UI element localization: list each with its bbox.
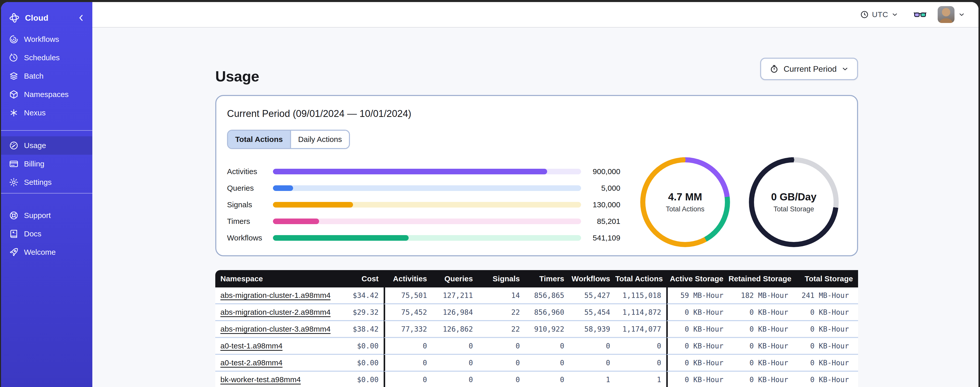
bar-value: 900,000	[581, 167, 620, 176]
timers-cell: 910,922	[525, 321, 570, 338]
sidebar-account-nav: Usage Billing Settings	[1, 131, 92, 192]
activities-cell: 75,452	[383, 304, 432, 321]
timezone-selector[interactable]: UTC	[860, 10, 898, 19]
actions-view-tabs: Total Actions Daily Actions	[227, 130, 350, 149]
table-row: a0-test-1.a98mm4 $0.00 0 0 0 0 0 0 0 KB-…	[215, 338, 858, 355]
total-actions-cell: 0	[615, 355, 666, 372]
column-header: Total Storage	[793, 270, 858, 288]
chevron-down-icon	[958, 11, 965, 18]
retained-storage-cell: 0 KB-Hour	[729, 321, 793, 338]
column-header: Activities	[383, 270, 432, 288]
activities-cell: 77,332	[383, 321, 432, 338]
nexus-asterisk-icon	[9, 108, 19, 118]
chevron-left-icon	[76, 13, 86, 23]
retained-storage-cell: 0 KB-Hour	[729, 372, 793, 387]
namespace-link[interactable]: bk-worker-test.a98mm4	[220, 375, 301, 384]
usage-gauge-icon	[9, 141, 19, 150]
namespace-link[interactable]: abs-migration-cluster-3.a98mm4	[220, 325, 331, 333]
sidebar-item-batch[interactable]: Batch	[1, 67, 92, 85]
bar-fill	[273, 202, 353, 208]
retained-storage-cell: 0 KB-Hour	[729, 355, 793, 372]
namespace-link[interactable]: abs-migration-cluster-1.a98mm4	[220, 291, 331, 299]
sidebar-item-namespaces[interactable]: Namespaces	[1, 85, 92, 104]
bar-value: 5,000	[581, 184, 620, 192]
queries-cell: 0	[432, 355, 478, 372]
tab[interactable]: Total Actions	[228, 131, 290, 148]
namespace-cell: a0-test-1.a98mm4	[215, 338, 336, 355]
account-menu-button[interactable]	[938, 6, 965, 23]
total-storage-donut: 0 GB/Day Total Storage	[749, 157, 839, 247]
sidebar-item-workflows[interactable]: Workflows	[1, 30, 92, 48]
table-row: a0-test-2.a98mm4 $0.00 0 0 0 0 0 0 0 KB-…	[215, 355, 858, 372]
cost-cell: $34.42	[336, 288, 383, 304]
total-storage-cell: 0 KB-Hour	[793, 372, 858, 387]
feedback-glasses-button[interactable]	[914, 8, 926, 21]
card-title: Current Period (09/01/2024 — 10/01/2024)	[227, 108, 411, 119]
bar-fill	[273, 186, 293, 191]
sidebar-collapse-button[interactable]	[76, 13, 86, 23]
signals-cell: 14	[478, 288, 525, 304]
activities-cell: 0	[383, 372, 432, 387]
queries-cell: 0	[432, 338, 478, 355]
stopwatch-icon	[769, 64, 779, 74]
cost-cell: $0.00	[336, 338, 383, 355]
namespace-usage-table: Namespace Cost Activities Queries Signal…	[215, 270, 858, 387]
sidebar-item-schedules[interactable]: Schedules	[1, 48, 92, 67]
namespace-link[interactable]: a0-test-2.a98mm4	[220, 358, 282, 367]
user-avatar	[938, 6, 955, 23]
sidebar-item-docs[interactable]: Docs	[1, 225, 92, 243]
cloud-logo-icon	[9, 12, 20, 24]
column-header: Active Storage	[666, 270, 729, 288]
column-header: Retained Storage	[729, 270, 793, 288]
retained-storage-cell: 0 KB-Hour	[729, 304, 793, 321]
signals-cell: 22	[478, 304, 525, 321]
total-actions-cell: 1	[615, 372, 666, 387]
donut-value: 4.7 MM	[668, 191, 702, 203]
sidebar-item-support[interactable]: Support	[1, 206, 92, 225]
workflows-cell: 55,427	[570, 288, 615, 304]
bar-value: 85,201	[581, 217, 620, 225]
table-row: bk-worker-test.a98mm4 $0.00 0 0 0 0 1 1 …	[215, 372, 858, 387]
namespace-link[interactable]: a0-test-1.a98mm4	[220, 342, 282, 350]
donut-center: 0 GB/Day Total Storage	[749, 157, 839, 247]
signals-cell: 0	[478, 338, 525, 355]
sidebar-item-welcome[interactable]: Welcome	[1, 243, 92, 261]
bar-value: 130,000	[581, 200, 620, 209]
namespace-cell: abs-migration-cluster-1.a98mm4	[215, 288, 336, 304]
retained-storage-cell: 0 KB-Hour	[729, 338, 793, 355]
active-storage-cell: 59 MB-Hour	[666, 288, 729, 304]
glasses-icon	[914, 8, 926, 21]
queries-cell: 126,862	[432, 321, 478, 338]
table-row: abs-migration-cluster-2.a98mm4 $29.32 75…	[215, 304, 858, 321]
signals-cell: 0	[478, 372, 525, 387]
sidebar-item-billing[interactable]: Billing	[1, 155, 92, 173]
period-selector-button[interactable]: Current Period	[760, 58, 858, 80]
workflows-cell: 1	[570, 372, 615, 387]
bar-track	[273, 186, 581, 191]
cost-cell: $0.00	[336, 355, 383, 372]
total-actions-cell: 1,174,077	[615, 321, 666, 338]
sidebar-item-settings[interactable]: Settings	[1, 173, 92, 192]
column-header: Total Actions	[615, 270, 666, 288]
queries-cell: 0	[432, 372, 478, 387]
bar-row: Signals 130,000	[227, 199, 620, 210]
docs-book-icon	[9, 229, 19, 239]
total-storage-cell: 241 MB-Hour	[793, 288, 858, 304]
total-actions-cell: 1,114,872	[615, 304, 666, 321]
bar-fill	[273, 169, 547, 174]
cost-cell: $29.32	[336, 304, 383, 321]
namespace-link[interactable]: abs-migration-cluster-2.a98mm4	[220, 308, 331, 316]
active-storage-cell: 0 KB-Hour	[666, 372, 729, 387]
browser-window: Cloud Workflows Schedules	[1, 2, 978, 387]
table-header-row: Namespace Cost Activities Queries Signal…	[215, 270, 858, 288]
tab[interactable]: Daily Actions	[290, 131, 349, 148]
column-header: Signals	[478, 270, 525, 288]
queries-cell: 127,211	[432, 288, 478, 304]
sidebar-item-usage[interactable]: Usage	[1, 136, 92, 155]
donut-center: 4.7 MM Total Actions	[640, 157, 730, 247]
sidebar-item-nexus[interactable]: Nexus	[1, 104, 92, 122]
column-header: Queries	[432, 270, 478, 288]
timezone-label: UTC	[872, 10, 888, 19]
bar-row: Timers 85,201	[227, 216, 620, 227]
cost-cell: $38.42	[336, 321, 383, 338]
